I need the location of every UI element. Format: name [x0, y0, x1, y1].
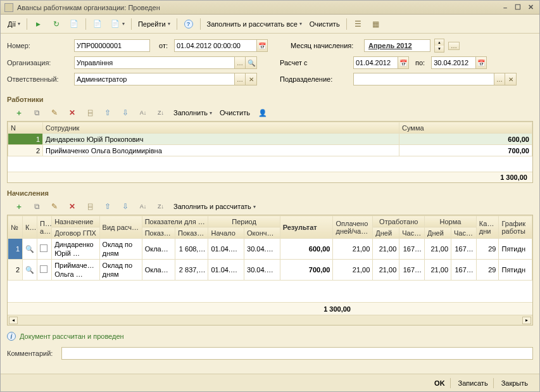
- col-k[interactable]: К…: [23, 216, 37, 239]
- scroll-right-button[interactable]: ▸: [522, 317, 531, 324]
- resp-field[interactable]: [74, 73, 234, 85]
- copy-button[interactable]: [82, 199, 98, 213]
- col-sum[interactable]: Сумма: [399, 122, 532, 134]
- accruals-grid[interactable]: № К… П…а… Назначение Вид расчета Показат…: [7, 215, 533, 326]
- add-button[interactable]: [11, 199, 27, 213]
- delete-button[interactable]: [64, 106, 80, 120]
- workers-grid[interactable]: N Сотрудник Сумма 1 Диндаренко Юрій Прок…: [7, 121, 533, 183]
- col-nh[interactable]: Час…: [451, 227, 477, 239]
- col-pa[interactable]: П…а…: [37, 216, 52, 239]
- sort-asc-button[interactable]: [135, 199, 151, 213]
- clear-button[interactable]: Очистить: [306, 17, 343, 31]
- table-row[interactable]: 2 Приймаченко Ольга Володимирівна 700,00: [8, 145, 532, 156]
- insert-button[interactable]: [28, 106, 45, 120]
- sort-desc-button[interactable]: [153, 199, 169, 213]
- table-row[interactable]: 1 Диндаренко Юрій Прокопович 600,00: [8, 134, 532, 145]
- sort-desc-button[interactable]: [153, 106, 169, 120]
- calendar-icon[interactable]: 📅: [256, 39, 268, 52]
- col-caldays[interactable]: Кал…дни: [476, 216, 499, 239]
- month-select-button[interactable]: …: [448, 42, 460, 50]
- goto-menu[interactable]: Перейти: [135, 17, 173, 31]
- col-calc-type[interactable]: Вид расчета: [99, 216, 142, 239]
- col-paid[interactable]: Оплаченодней/ча…: [333, 216, 373, 239]
- col-ind2[interactable]: Показ…: [175, 227, 208, 239]
- edit-button[interactable]: [46, 106, 63, 120]
- col-ind1[interactable]: Показ…: [142, 227, 175, 239]
- resp-select-button[interactable]: …: [234, 73, 246, 85]
- col-result[interactable]: Результат: [280, 216, 333, 239]
- org-open-button[interactable]: 🔍: [246, 56, 257, 69]
- copy2-icon: [85, 108, 95, 118]
- month-down-button[interactable]: ▼: [435, 46, 444, 52]
- col-n[interactable]: N: [8, 122, 43, 134]
- move-down-button[interactable]: [117, 199, 134, 213]
- horizontal-scrollbar[interactable]: ◂ ▸: [8, 315, 532, 325]
- list-mode-button[interactable]: [350, 17, 367, 31]
- subdiv-select-button[interactable]: …: [494, 73, 505, 85]
- from-date-field[interactable]: [174, 39, 256, 52]
- print-button[interactable]: [89, 17, 106, 31]
- down-icon: [120, 108, 130, 118]
- doc-button[interactable]: [66, 17, 82, 31]
- calendar-icon[interactable]: 📅: [398, 56, 409, 69]
- ok-button[interactable]: OK: [429, 378, 451, 388]
- calendar-icon[interactable]: 📅: [475, 56, 487, 69]
- col-assign[interactable]: Назначение: [52, 216, 99, 227]
- sort-asc-icon: [138, 201, 148, 212]
- checkbox[interactable]: [40, 244, 47, 252]
- maximize-button[interactable]: ☐: [513, 3, 523, 12]
- add-button[interactable]: [11, 106, 27, 120]
- col-emp[interactable]: Сотрудник: [43, 122, 399, 134]
- delete-button[interactable]: [64, 199, 80, 213]
- edit-button[interactable]: [46, 199, 63, 213]
- calc-from-field[interactable]: [353, 56, 398, 69]
- accruals-fill-menu[interactable]: Заполнить и рассчитать: [170, 199, 259, 213]
- col-nd[interactable]: Дней: [425, 227, 451, 239]
- copy-button[interactable]: [82, 106, 98, 120]
- col-wd[interactable]: Дней: [373, 227, 399, 239]
- grid-mode-button[interactable]: [368, 17, 384, 31]
- col-norm[interactable]: Норма: [425, 216, 477, 227]
- move-up-button[interactable]: [99, 199, 116, 213]
- help-button[interactable]: [180, 17, 197, 31]
- month-up-button[interactable]: ▲: [435, 39, 444, 46]
- close-button[interactable]: Закрыть: [496, 378, 533, 388]
- org-select-button[interactable]: …: [234, 56, 246, 69]
- save-button[interactable]: Записать: [453, 378, 494, 388]
- resp-clear-button[interactable]: ✕: [246, 73, 257, 85]
- scroll-left-button[interactable]: ◂: [9, 317, 18, 324]
- col-per2[interactable]: Оконча…: [244, 227, 280, 239]
- col-n[interactable]: №: [8, 216, 23, 239]
- table-row[interactable]: 2 🔍 Приймачен… Ольга … Оклад по дням Окл…: [8, 260, 532, 281]
- table-row[interactable]: 1 🔍 Диндаренко Юрій … Оклад по дням Окла…: [8, 239, 532, 260]
- calc-to-field[interactable]: [431, 56, 475, 69]
- person-button[interactable]: [254, 106, 271, 120]
- subdiv-clear-button[interactable]: ✕: [505, 73, 517, 85]
- sort-asc-button[interactable]: [135, 106, 151, 120]
- comment-field[interactable]: [61, 347, 533, 360]
- post-button[interactable]: [30, 17, 47, 31]
- fill-calc-all-menu[interactable]: Заполнить и рассчитать все: [204, 17, 305, 31]
- checkbox[interactable]: [40, 265, 47, 273]
- refresh-button[interactable]: [48, 17, 65, 31]
- number-field[interactable]: [74, 39, 150, 52]
- col-wh[interactable]: Час…: [399, 227, 425, 239]
- col-period[interactable]: Период: [208, 216, 280, 227]
- minimize-button[interactable]: –: [500, 3, 510, 12]
- month-field[interactable]: Апрель 2012: [364, 39, 430, 52]
- org-field[interactable]: [74, 56, 234, 69]
- move-up-button[interactable]: [99, 106, 116, 120]
- actions-menu[interactable]: Дії: [4, 17, 23, 31]
- close-button[interactable]: ✕: [525, 3, 536, 12]
- col-worked[interactable]: Отработано: [373, 216, 425, 227]
- subdiv-field[interactable]: [353, 73, 494, 85]
- workers-clear-button[interactable]: Очистить: [217, 106, 253, 120]
- col-per1[interactable]: Начало: [208, 227, 244, 239]
- col-schedule[interactable]: Графикработы: [499, 216, 532, 239]
- insert-button[interactable]: [28, 199, 45, 213]
- move-down-button[interactable]: [117, 106, 134, 120]
- workers-fill-menu[interactable]: Заполнить: [170, 106, 215, 120]
- print-menu[interactable]: [107, 17, 128, 31]
- col-assign2[interactable]: Договор ГПХ: [52, 227, 99, 239]
- col-indicators[interactable]: Показатели для р…: [142, 216, 208, 227]
